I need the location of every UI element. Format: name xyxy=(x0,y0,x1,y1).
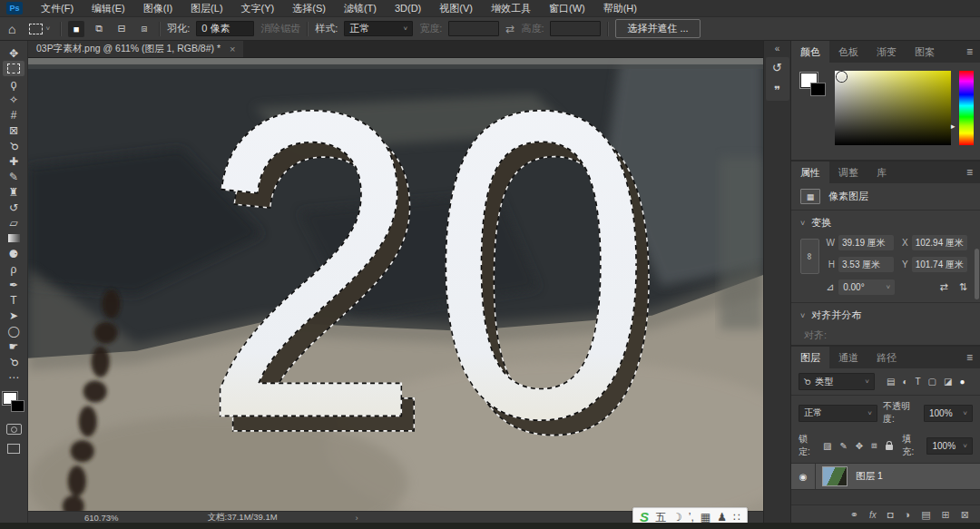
add-to-selection-icon[interactable]: ⧉ xyxy=(91,21,107,37)
background-color-swatch[interactable] xyxy=(11,400,24,412)
anti-alias-checkbox[interactable]: 消除锯齿 xyxy=(260,22,300,35)
tab-swatches[interactable]: 色板 xyxy=(829,41,867,63)
tab-paths[interactable]: 路径 xyxy=(867,347,906,368)
gradient-tool[interactable] xyxy=(3,230,24,246)
lasso-tool[interactable]: ϙ xyxy=(3,76,24,92)
menu-item[interactable]: 编辑(E) xyxy=(83,3,134,14)
tab-properties[interactable]: 属性 xyxy=(791,162,829,183)
quick-mask-button[interactable] xyxy=(6,424,22,435)
opacity-dropdown[interactable]: 100% ˅ xyxy=(924,405,973,422)
add-layer-mask-icon[interactable]: ◘ xyxy=(887,509,894,520)
zoom-level-field[interactable]: 610.73% xyxy=(84,513,119,523)
sogou-logo[interactable]: S xyxy=(640,510,649,524)
blur-tool[interactable]: ⚈ xyxy=(3,246,24,261)
field-input[interactable]: 101.74 厘米 xyxy=(912,257,967,272)
swap-dimensions-icon[interactable]: ⇄ xyxy=(505,23,514,35)
select-and-mask-button[interactable]: 选择并遮住 ... xyxy=(615,19,700,38)
menu-item[interactable]: 文字(Y) xyxy=(232,3,284,14)
type-tool[interactable]: T xyxy=(3,292,24,308)
close-icon[interactable]: × xyxy=(230,44,235,54)
numerals-group[interactable]: 20 20 20 20 20 20 xyxy=(201,58,673,511)
layer-thumbnail[interactable] xyxy=(822,466,848,486)
menu-item[interactable]: 增效工具 xyxy=(482,3,540,14)
menu-item[interactable]: 窗口(W) xyxy=(540,3,594,14)
menu-item[interactable]: 滤镜(T) xyxy=(335,3,386,14)
align-section-header[interactable]: ˅ 对齐并分布 xyxy=(791,302,980,325)
filter-pixel-layers-icon[interactable]: ▤ xyxy=(887,377,895,387)
layer-effects-icon[interactable]: fx xyxy=(869,510,877,520)
intersect-selection-icon[interactable]: ⧈ xyxy=(136,21,152,37)
healing-brush-tool[interactable]: ✚ xyxy=(3,153,24,169)
tab-libraries[interactable]: 库 xyxy=(867,162,896,183)
filter-toggle-icon[interactable]: ● xyxy=(960,377,965,387)
toolbox-icon[interactable]: ♟ xyxy=(717,512,727,523)
subtract-from-selection-icon[interactable]: ⊟ xyxy=(113,21,130,37)
lock-artboard-icon[interactable]: ⧈ xyxy=(871,440,877,451)
night-mode-icon[interactable]: ☽ xyxy=(672,512,682,523)
scrollbar-thumb[interactable] xyxy=(975,249,979,299)
eraser-tool[interactable]: ▱ xyxy=(3,215,24,230)
transform-section-header[interactable]: ˅ 变换 xyxy=(791,211,980,232)
more-tools[interactable]: ⋯ xyxy=(3,369,24,385)
saturation-brightness-field[interactable] xyxy=(835,71,951,145)
tab-gradients[interactable]: 渐变 xyxy=(867,41,906,63)
lock-image-pixels-icon[interactable]: ✎ xyxy=(839,441,847,451)
dodge-tool[interactable]: ρ xyxy=(3,261,24,277)
path-selection-tool[interactable]: ➤ xyxy=(3,308,24,323)
field-input[interactable]: 102.94 厘米 xyxy=(912,235,967,250)
menu-item[interactable]: 图层(L) xyxy=(181,3,231,14)
tab-patterns[interactable]: 图案 xyxy=(906,41,944,63)
home-icon[interactable]: ⌂ xyxy=(8,22,15,36)
menu-grid-icon[interactable]: ∷ xyxy=(733,512,740,523)
wubi-mode-label[interactable]: 五 xyxy=(655,512,666,523)
screen-mode-button[interactable] xyxy=(7,444,20,454)
quick-selection-tool[interactable]: ✧ xyxy=(3,92,24,107)
tab-channels[interactable]: 通道 xyxy=(829,347,867,368)
lock-all-icon[interactable] xyxy=(886,442,893,450)
canvas[interactable]: 20 20 20 20 20 20 xyxy=(28,58,763,511)
history-panel-icon[interactable]: ↺ xyxy=(772,61,782,74)
history-brush-tool[interactable]: ↺ xyxy=(3,200,24,215)
collapse-panels-icon[interactable]: « xyxy=(775,41,780,57)
panel-menu-icon[interactable]: ≡ xyxy=(959,162,980,183)
background-color-swatch[interactable] xyxy=(810,83,826,96)
clone-stamp-tool[interactable]: ♜ xyxy=(3,184,24,200)
hue-slider[interactable]: ▸ xyxy=(959,71,974,145)
frame-tool[interactable]: ⊠ xyxy=(3,122,24,138)
status-chevron-icon[interactable]: › xyxy=(356,513,358,523)
feather-input[interactable]: 0 像素 xyxy=(196,21,254,36)
notes-panel-icon[interactable]: ❞ xyxy=(774,83,780,97)
panel-menu-icon[interactable]: ≡ xyxy=(959,41,980,63)
field-input[interactable]: 3.53 厘米 xyxy=(838,257,894,272)
filter-type-layers-icon[interactable]: T xyxy=(916,377,921,387)
tab-color[interactable]: 颜色 xyxy=(791,41,829,63)
style-dropdown[interactable]: 正常 ˅ xyxy=(344,21,413,36)
selection-marching-ants[interactable]: 20 20 xyxy=(201,58,662,509)
brush-tool[interactable]: ✎ xyxy=(3,169,24,184)
new-group-icon[interactable]: ▤ xyxy=(921,509,930,521)
eyedropper-tool[interactable]: ⚲ xyxy=(3,138,24,153)
menu-item[interactable]: 选择(S) xyxy=(283,3,335,14)
new-adjustment-layer-icon[interactable]: ◑ xyxy=(905,509,911,520)
document-tab[interactable]: 03P字素材.png @ 611% (图层 1, RGB/8#) * × xyxy=(28,41,243,57)
menu-item[interactable]: 视图(V) xyxy=(430,3,482,14)
flip-vertical-icon[interactable]: ⇅ xyxy=(959,281,967,293)
ellipse-tool[interactable]: ◯ xyxy=(3,323,24,338)
field-input[interactable]: 39.19 厘米 xyxy=(838,235,894,250)
link-layers-icon[interactable]: ⚭ xyxy=(850,509,858,521)
menu-item[interactable]: 文件(F) xyxy=(32,3,83,14)
move-tool[interactable]: ✥ xyxy=(3,45,24,61)
hue-slider-arrow[interactable]: ▸ xyxy=(951,122,956,131)
new-selection-icon[interactable]: ■ xyxy=(68,21,84,37)
tab-adjustments[interactable]: 调整 xyxy=(829,162,867,183)
fill-dropdown[interactable]: 100% ˅ xyxy=(926,437,973,455)
menu-item[interactable]: 3D(D) xyxy=(386,3,430,14)
panel-menu-icon[interactable]: ≡ xyxy=(959,347,980,368)
hand-tool[interactable]: ☛ xyxy=(3,338,24,354)
layer-row-selected[interactable]: ◉ 图层 1 xyxy=(791,464,980,490)
punctuation-icon[interactable]: ’, xyxy=(689,512,694,523)
blend-mode-dropdown[interactable]: 正常 ˅ xyxy=(799,405,877,422)
rotation-input[interactable]: 0.00° ˅ xyxy=(838,279,895,295)
visibility-eye-icon[interactable]: ◉ xyxy=(791,464,816,489)
delete-layer-icon[interactable]: ⊠ xyxy=(961,509,969,521)
